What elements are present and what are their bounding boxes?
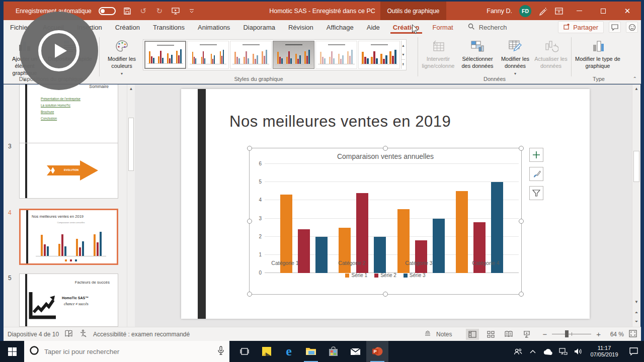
bar[interactable] <box>47 246 49 256</box>
taskbar-search-input[interactable] <box>44 348 212 355</box>
powerpoint-icon[interactable]: P <box>366 341 388 362</box>
zoom-level[interactable]: 64 % <box>606 331 624 338</box>
autosave-toggle[interactable] <box>99 7 116 15</box>
bar[interactable] <box>415 240 427 273</box>
start-button[interactable] <box>0 341 24 362</box>
resize-handle[interactable] <box>519 146 524 151</box>
ribbon-display-icon[interactable] <box>554 7 564 16</box>
zoom-slider[interactable] <box>552 334 591 334</box>
previous-slide-icon[interactable]: ⏶ <box>632 309 640 317</box>
scroll-up-icon[interactable]: ▲ <box>632 84 640 93</box>
scrollbar-thumb[interactable] <box>128 118 134 171</box>
redo-icon[interactable]: ↻ <box>155 7 164 16</box>
slide-title[interactable]: Nos meilleures ventes en 2019 <box>229 113 451 131</box>
bar[interactable] <box>491 182 503 273</box>
slide-thumbnail-3[interactable]: EVOLUTION <box>19 143 118 199</box>
view-normal-button[interactable] <box>466 329 479 340</box>
zoom-out-button[interactable]: − <box>542 330 547 338</box>
tab-chart-creation[interactable]: Création <box>386 20 426 34</box>
legend-item[interactable]: Série 3 <box>404 273 426 278</box>
tab-creation[interactable]: Création <box>109 20 146 34</box>
accessibility-icon[interactable] <box>79 329 87 339</box>
share-button[interactable]: Partager <box>558 21 604 33</box>
tab-revision[interactable]: Révision <box>282 20 320 34</box>
file-explorer-icon[interactable] <box>300 341 322 362</box>
sparkle-pen-icon[interactable] <box>538 7 547 16</box>
chart-style-thumbnail-4[interactable] <box>273 41 314 69</box>
video-play-overlay[interactable] <box>20 12 98 90</box>
feedback-smiley-icon[interactable] <box>626 22 638 33</box>
select-data-button[interactable]: Sélectionner des données <box>457 37 498 70</box>
tab-animations[interactable]: Animations <box>191 20 236 34</box>
chart-object[interactable]: Comparaison ventes annuelles 0123456 Cat… <box>249 148 522 295</box>
play-button[interactable] <box>38 30 79 71</box>
slide-canvas[interactable]: Nos meilleures ventes en 2019 Comparaiso… <box>181 89 590 319</box>
mail-icon[interactable] <box>344 341 366 362</box>
notes-button[interactable]: Notes <box>436 331 452 338</box>
resize-handle[interactable] <box>519 219 524 224</box>
bar[interactable] <box>61 234 63 256</box>
resize-handle[interactable] <box>247 292 252 297</box>
action-center-icon[interactable] <box>623 347 644 355</box>
gallery-scroll-up-icon[interactable]: ▲ <box>401 41 405 50</box>
zoom-slider-thumb[interactable] <box>565 330 569 337</box>
comments-icon[interactable] <box>609 22 621 33</box>
bar[interactable] <box>58 244 60 256</box>
view-sorter-button[interactable] <box>484 329 497 340</box>
save-icon[interactable] <box>123 7 132 16</box>
bar[interactable] <box>44 244 46 256</box>
legend-item[interactable]: Série 1 <box>345 273 367 278</box>
chart-style-thumbnail-5[interactable] <box>315 41 357 69</box>
chart-style-thumbnail-3[interactable] <box>230 41 272 69</box>
spellcheck-icon[interactable] <box>65 330 73 339</box>
resize-handle[interactable] <box>383 146 388 151</box>
slide-thumbnail-5[interactable]: Facteurs de succès HomoTic SAS™ chance ≠… <box>19 274 118 327</box>
user-name[interactable]: Fanny D. <box>487 8 512 15</box>
customize-quick-access-icon[interactable] <box>187 7 196 16</box>
onedrive-icon[interactable] <box>540 348 555 355</box>
undo-icon[interactable]: ↺ <box>139 7 148 16</box>
sticky-notes-icon[interactable] <box>256 341 278 362</box>
maximize-button[interactable] <box>595 2 612 20</box>
bar[interactable] <box>315 237 328 273</box>
zoom-in-button[interactable]: + <box>596 330 601 338</box>
search-field[interactable]: Recherch <box>468 23 507 32</box>
scroll-down-icon[interactable]: ▼ <box>632 298 640 306</box>
bar[interactable] <box>82 241 84 256</box>
chart-title[interactable]: Comparaison ventes annuelles <box>250 152 521 160</box>
tab-chart-format[interactable]: Format <box>426 20 460 34</box>
tray-chevron-icon[interactable] <box>525 349 540 353</box>
chart-style-thumbnail-1[interactable] <box>144 41 186 69</box>
people-icon[interactable] <box>510 348 525 355</box>
change-chart-type-button[interactable]: Modifier le type de graphique <box>573 37 623 70</box>
bar[interactable] <box>76 239 78 256</box>
change-colors-button[interactable]: Modifier les couleurs ▾ <box>101 37 143 76</box>
view-reading-button[interactable] <box>502 329 515 340</box>
mic-icon[interactable] <box>217 346 224 357</box>
tab-diaporama[interactable]: Diaporama <box>236 20 282 34</box>
accessibility-status[interactable]: Accessibilité : examen recommandé <box>93 331 190 338</box>
bar[interactable] <box>97 242 99 256</box>
taskbar-search[interactable] <box>24 341 229 362</box>
chart-filter-button[interactable] <box>529 186 543 200</box>
gallery-scroll-down-icon[interactable]: ▼ <box>401 50 405 59</box>
slide-counter[interactable]: Diapositive 4 de 10 <box>8 331 59 338</box>
bar[interactable] <box>298 229 310 273</box>
editor-scrollbar[interactable]: ▲ ▼ ⏶ ⏷ <box>632 84 640 327</box>
close-button[interactable]: ✕ <box>619 2 636 20</box>
bar[interactable] <box>79 247 81 256</box>
start-presentation-icon[interactable] <box>171 7 180 16</box>
bar[interactable] <box>41 235 43 256</box>
bar[interactable] <box>64 246 66 256</box>
collapse-ribbon-icon[interactable]: ⌃ <box>633 76 637 81</box>
slide-panel-scrollbar[interactable]: ▲ <box>127 84 135 327</box>
scroll-up-icon[interactable]: ▲ <box>127 84 135 93</box>
resize-handle[interactable] <box>383 292 388 297</box>
edge-icon[interactable]: e <box>278 341 300 362</box>
chart-style-button[interactable] <box>529 167 543 181</box>
next-slide-icon[interactable]: ⏷ <box>632 318 640 326</box>
resize-handle[interactable] <box>519 292 524 297</box>
resize-handle[interactable] <box>247 146 252 151</box>
task-view-icon[interactable] <box>233 341 256 362</box>
tab-affichage[interactable]: Affichage <box>320 20 360 34</box>
